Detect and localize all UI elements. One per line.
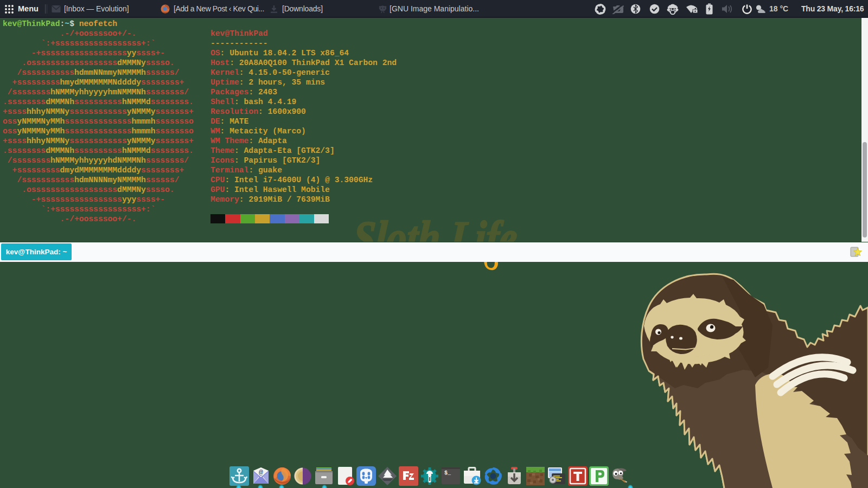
svg-text:$_: $_ <box>444 470 451 476</box>
svg-text:@: @ <box>259 468 263 477</box>
